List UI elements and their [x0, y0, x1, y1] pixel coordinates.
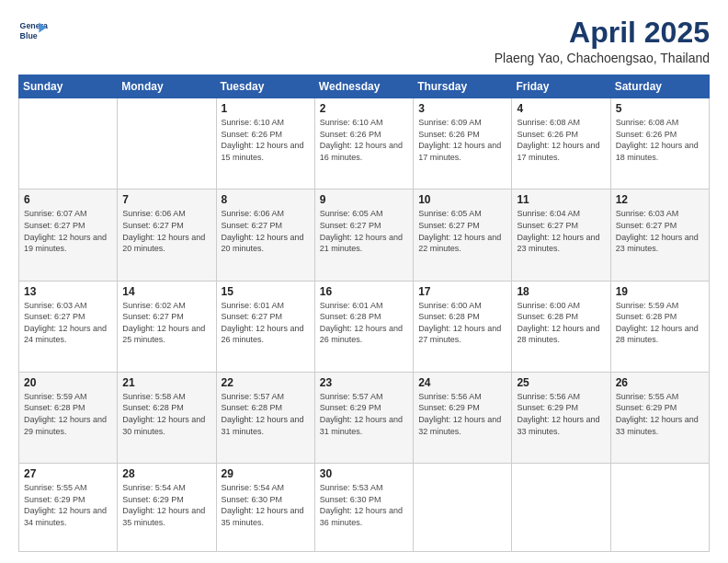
day-number: 6: [24, 193, 112, 206]
day-info: Sunrise: 5:59 AM Sunset: 6:28 PM Dayligh…: [616, 300, 704, 346]
calendar-cell: 11Sunrise: 6:04 AM Sunset: 6:27 PM Dayli…: [512, 190, 610, 281]
day-number: 20: [24, 376, 112, 389]
day-info: Sunrise: 6:03 AM Sunset: 6:27 PM Dayligh…: [616, 208, 704, 254]
calendar-cell: 8Sunrise: 6:06 AM Sunset: 6:27 PM Daylig…: [216, 190, 314, 281]
calendar-cell: 22Sunrise: 5:57 AM Sunset: 6:28 PM Dayli…: [216, 372, 314, 463]
day-info: Sunrise: 6:07 AM Sunset: 6:27 PM Dayligh…: [24, 208, 112, 254]
day-info: Sunrise: 6:08 AM Sunset: 6:26 PM Dayligh…: [616, 117, 704, 163]
day-info: Sunrise: 6:00 AM Sunset: 6:28 PM Dayligh…: [517, 300, 605, 346]
day-info: Sunrise: 6:06 AM Sunset: 6:27 PM Dayligh…: [222, 208, 310, 254]
day-number: 13: [24, 285, 112, 298]
day-info: Sunrise: 6:00 AM Sunset: 6:28 PM Dayligh…: [418, 300, 506, 346]
day-number: 9: [320, 193, 408, 206]
calendar-cell: 14Sunrise: 6:02 AM Sunset: 6:27 PM Dayli…: [118, 281, 216, 372]
calendar-cell: 5Sunrise: 6:08 AM Sunset: 6:26 PM Daylig…: [610, 98, 709, 190]
day-number: 15: [222, 285, 310, 298]
day-number: 24: [418, 376, 506, 389]
day-number: 3: [418, 102, 506, 115]
day-number: 17: [418, 285, 506, 298]
calendar-cell: 21Sunrise: 5:58 AM Sunset: 6:28 PM Dayli…: [118, 372, 216, 463]
day-number: 18: [517, 285, 605, 298]
day-number: 7: [122, 193, 210, 206]
calendar-cell: [512, 464, 610, 552]
calendar-cell: 13Sunrise: 6:03 AM Sunset: 6:27 PM Dayli…: [19, 281, 118, 372]
calendar-cell: 15Sunrise: 6:01 AM Sunset: 6:27 PM Dayli…: [216, 281, 314, 372]
day-number: 30: [320, 467, 408, 480]
calendar-week-row: 27Sunrise: 5:55 AM Sunset: 6:29 PM Dayli…: [19, 464, 710, 552]
location: Plaeng Yao, Chachoengsao, Thailand: [495, 51, 710, 65]
day-number: 19: [616, 285, 704, 298]
logo-icon: General Blue: [18, 17, 48, 46]
calendar-cell: 16Sunrise: 6:01 AM Sunset: 6:28 PM Dayli…: [314, 281, 413, 372]
calendar-header-thursday: Thursday: [414, 75, 512, 98]
calendar-cell: [19, 98, 118, 190]
calendar-cell: [118, 98, 216, 190]
calendar-cell: 2Sunrise: 6:10 AM Sunset: 6:26 PM Daylig…: [314, 98, 413, 190]
calendar: SundayMondayTuesdayWednesdayThursdayFrid…: [18, 75, 710, 552]
calendar-header-wednesday: Wednesday: [314, 75, 413, 98]
day-info: Sunrise: 5:57 AM Sunset: 6:29 PM Dayligh…: [320, 391, 408, 437]
day-info: Sunrise: 6:10 AM Sunset: 6:26 PM Dayligh…: [222, 117, 310, 163]
day-info: Sunrise: 6:03 AM Sunset: 6:27 PM Dayligh…: [24, 300, 112, 346]
day-info: Sunrise: 5:54 AM Sunset: 6:29 PM Dayligh…: [122, 482, 210, 528]
calendar-cell: 26Sunrise: 5:55 AM Sunset: 6:29 PM Dayli…: [610, 372, 709, 463]
day-info: Sunrise: 6:09 AM Sunset: 6:26 PM Dayligh…: [418, 117, 506, 163]
calendar-cell: 19Sunrise: 5:59 AM Sunset: 6:28 PM Dayli…: [610, 281, 709, 372]
day-number: 12: [616, 193, 704, 206]
calendar-header-monday: Monday: [118, 75, 216, 98]
day-info: Sunrise: 6:01 AM Sunset: 6:28 PM Dayligh…: [320, 300, 408, 346]
day-info: Sunrise: 6:05 AM Sunset: 6:27 PM Dayligh…: [418, 208, 506, 254]
calendar-week-row: 13Sunrise: 6:03 AM Sunset: 6:27 PM Dayli…: [19, 281, 710, 372]
day-info: Sunrise: 5:56 AM Sunset: 6:29 PM Dayligh…: [418, 391, 506, 437]
day-number: 14: [122, 285, 210, 298]
day-info: Sunrise: 5:59 AM Sunset: 6:28 PM Dayligh…: [24, 391, 112, 437]
day-info: Sunrise: 5:55 AM Sunset: 6:29 PM Dayligh…: [616, 391, 704, 437]
day-number: 10: [418, 193, 506, 206]
day-number: 26: [616, 376, 704, 389]
day-info: Sunrise: 5:54 AM Sunset: 6:30 PM Dayligh…: [222, 482, 310, 528]
calendar-header-friday: Friday: [512, 75, 610, 98]
day-info: Sunrise: 5:55 AM Sunset: 6:29 PM Dayligh…: [24, 482, 112, 528]
day-info: Sunrise: 6:04 AM Sunset: 6:27 PM Dayligh…: [517, 208, 605, 254]
day-info: Sunrise: 5:56 AM Sunset: 6:29 PM Dayligh…: [517, 391, 605, 437]
day-info: Sunrise: 6:06 AM Sunset: 6:27 PM Dayligh…: [122, 208, 210, 254]
day-info: Sunrise: 6:01 AM Sunset: 6:27 PM Dayligh…: [222, 300, 310, 346]
calendar-cell: [414, 464, 512, 552]
day-number: 11: [517, 193, 605, 206]
calendar-cell: 24Sunrise: 5:56 AM Sunset: 6:29 PM Dayli…: [414, 372, 512, 463]
day-info: Sunrise: 6:05 AM Sunset: 6:27 PM Dayligh…: [320, 208, 408, 254]
day-info: Sunrise: 6:10 AM Sunset: 6:26 PM Dayligh…: [320, 117, 408, 163]
day-number: 1: [222, 102, 310, 115]
calendar-week-row: 6Sunrise: 6:07 AM Sunset: 6:27 PM Daylig…: [19, 190, 710, 281]
header: General Blue April 2025 Plaeng Yao, Chac…: [18, 17, 710, 65]
title-area: April 2025 Plaeng Yao, Chachoengsao, Tha…: [495, 17, 710, 65]
calendar-cell: 25Sunrise: 5:56 AM Sunset: 6:29 PM Dayli…: [512, 372, 610, 463]
calendar-cell: 6Sunrise: 6:07 AM Sunset: 6:27 PM Daylig…: [19, 190, 118, 281]
calendar-cell: 30Sunrise: 5:53 AM Sunset: 6:30 PM Dayli…: [314, 464, 413, 552]
day-number: 5: [616, 102, 704, 115]
page: General Blue April 2025 Plaeng Yao, Chac…: [0, 0, 728, 563]
calendar-cell: 7Sunrise: 6:06 AM Sunset: 6:27 PM Daylig…: [118, 190, 216, 281]
logo: General Blue: [18, 17, 48, 46]
calendar-cell: 17Sunrise: 6:00 AM Sunset: 6:28 PM Dayli…: [414, 281, 512, 372]
day-number: 21: [122, 376, 210, 389]
day-number: 16: [320, 285, 408, 298]
calendar-header-saturday: Saturday: [610, 75, 709, 98]
calendar-week-row: 1Sunrise: 6:10 AM Sunset: 6:26 PM Daylig…: [19, 98, 710, 190]
calendar-cell: 23Sunrise: 5:57 AM Sunset: 6:29 PM Dayli…: [314, 372, 413, 463]
day-info: Sunrise: 6:08 AM Sunset: 6:26 PM Dayligh…: [517, 117, 605, 163]
calendar-cell: 1Sunrise: 6:10 AM Sunset: 6:26 PM Daylig…: [216, 98, 314, 190]
calendar-cell: [610, 464, 709, 552]
calendar-cell: 28Sunrise: 5:54 AM Sunset: 6:29 PM Dayli…: [118, 464, 216, 552]
day-number: 29: [222, 467, 310, 480]
calendar-cell: 27Sunrise: 5:55 AM Sunset: 6:29 PM Dayli…: [19, 464, 118, 552]
day-info: Sunrise: 5:57 AM Sunset: 6:28 PM Dayligh…: [222, 391, 310, 437]
day-info: Sunrise: 6:02 AM Sunset: 6:27 PM Dayligh…: [122, 300, 210, 346]
svg-text:Blue: Blue: [20, 31, 38, 40]
calendar-cell: 4Sunrise: 6:08 AM Sunset: 6:26 PM Daylig…: [512, 98, 610, 190]
calendar-cell: 9Sunrise: 6:05 AM Sunset: 6:27 PM Daylig…: [314, 190, 413, 281]
calendar-cell: 20Sunrise: 5:59 AM Sunset: 6:28 PM Dayli…: [19, 372, 118, 463]
calendar-header-tuesday: Tuesday: [216, 75, 314, 98]
day-info: Sunrise: 5:53 AM Sunset: 6:30 PM Dayligh…: [320, 482, 408, 528]
day-number: 22: [222, 376, 310, 389]
